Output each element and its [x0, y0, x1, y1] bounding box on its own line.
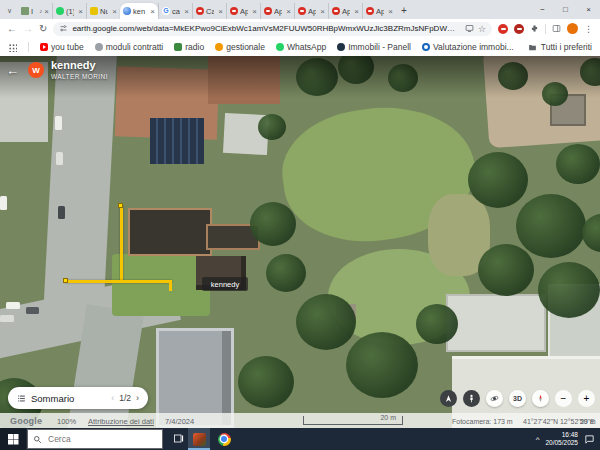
zoom-out-button[interactable]: −	[555, 390, 572, 407]
tab-close-button[interactable]: ×	[320, 7, 325, 16]
navigation-arrow-button[interactable]	[440, 390, 457, 407]
map-building	[446, 294, 546, 352]
toolbar-divider	[545, 24, 546, 34]
bookmark-item[interactable]: Valutazione immobi...	[422, 42, 514, 52]
tab-favicon	[162, 7, 170, 15]
taskbar-app-chrome[interactable]	[213, 428, 235, 450]
tab-audio-icon: ♪	[39, 8, 42, 14]
zoom-level: 100%	[57, 417, 76, 426]
side-panel-icon[interactable]	[552, 24, 561, 33]
satellite-map[interactable]: kennedy ← W kennedy WALTER MORINI Sommar…	[0, 56, 600, 428]
taskbar-app-active[interactable]	[188, 428, 210, 450]
bookmark-item[interactable]: you tube	[40, 42, 84, 52]
extension-icon-darkred[interactable]	[514, 24, 524, 34]
clock-time: 16:48	[545, 431, 578, 439]
all-bookmarks-button[interactable]: Tutti i preferiti	[528, 42, 592, 52]
bookmark-favicon	[337, 43, 345, 51]
browser-tab[interactable]: App ×	[260, 3, 294, 19]
bookmark-item[interactable]: gestionale	[215, 42, 265, 52]
3d-toggle-button[interactable]: 3D	[509, 390, 526, 407]
tab-close-button[interactable]: ×	[388, 7, 393, 16]
extensions-puzzle-icon[interactable]	[530, 24, 539, 33]
window-close-button[interactable]: ×	[577, 5, 600, 14]
tab-close-button[interactable]: ×	[252, 7, 257, 16]
bookmarks-divider	[28, 42, 29, 52]
tab-close-button[interactable]: ×	[44, 7, 49, 16]
tab-close-button[interactable]: ×	[150, 7, 155, 16]
browser-tab[interactable]: Cas ×	[192, 3, 226, 19]
tab-close-button[interactable]: ×	[78, 7, 83, 16]
bookmark-item[interactable]: radio	[174, 42, 204, 52]
map-car	[0, 315, 14, 322]
search-input[interactable]	[46, 433, 146, 445]
taskbar-clock[interactable]: 16:48 20/05/2025	[545, 431, 578, 448]
notification-center-icon[interactable]	[584, 434, 595, 445]
project-avatar[interactable]: W	[28, 62, 44, 78]
tab-favicon	[56, 7, 64, 15]
bookmark-star-icon[interactable]: ☆	[478, 24, 486, 34]
bookmark-favicon	[40, 43, 48, 51]
tab-search-button[interactable]: ∨	[3, 3, 16, 18]
browser-tab[interactable]: App ×	[328, 3, 362, 19]
measure-path-point[interactable]	[63, 278, 68, 283]
tab-title: I	[31, 7, 37, 16]
apps-grid-icon[interactable]	[8, 43, 17, 52]
browser-tab[interactable]: (1) ×	[52, 3, 86, 19]
data-attribution-link[interactable]: Attribuzione dei dati	[88, 417, 154, 426]
taskbar-search[interactable]	[27, 429, 163, 449]
hidden-icons-chevron[interactable]: ^	[536, 435, 540, 444]
start-button[interactable]	[0, 428, 26, 450]
zoom-in-button[interactable]: +	[578, 390, 595, 407]
bookmark-item[interactable]: Immobili - Panell	[337, 42, 411, 52]
orbit-button[interactable]	[486, 390, 503, 407]
earth-back-button[interactable]: ←	[6, 63, 19, 78]
tab-close-button[interactable]: ×	[286, 7, 291, 16]
browser-tab[interactable]: App ×	[362, 3, 396, 19]
tab-close-button[interactable]: ×	[184, 7, 189, 16]
map-car	[6, 302, 20, 309]
summary-panel[interactable]: Sommario ‹ 1/2 ›	[8, 387, 148, 409]
pegman-button[interactable]	[463, 390, 480, 407]
window-minimize-button[interactable]: −	[531, 5, 554, 14]
page-indicator: 1/2	[119, 393, 131, 403]
camera-altitude: Fotocamera: 173 m	[452, 418, 513, 425]
browser-tab[interactable]: cas ×	[158, 3, 192, 19]
bookmark-label: radio	[185, 42, 204, 52]
address-bar[interactable]: earth.google.com/web/data=MkEKPwo9CiExbW…	[53, 22, 492, 36]
folder-icon	[528, 43, 537, 52]
app-icon	[193, 433, 206, 446]
profile-avatar[interactable]	[567, 23, 578, 34]
previous-page-icon[interactable]: ‹	[111, 393, 114, 403]
browser-tab[interactable]: Nu ×	[86, 3, 120, 19]
browser-tab[interactable]: I ♪ ×	[18, 3, 52, 19]
forward-icon[interactable]: →	[23, 24, 33, 34]
task-view-icon[interactable]	[173, 433, 185, 445]
tab-close-button[interactable]: ×	[354, 7, 359, 16]
map-tree	[516, 194, 586, 258]
tab-close-button[interactable]: ×	[112, 7, 117, 16]
map-place-label[interactable]: kennedy	[202, 277, 248, 291]
browser-tab[interactable]: App ×	[226, 3, 260, 19]
compass-button[interactable]	[532, 390, 549, 407]
bookmark-label: moduli contratti	[106, 42, 164, 52]
browser-tab[interactable]: ken ×	[120, 3, 158, 19]
url-text[interactable]: earth.google.com/web/data=MkEKPwo9CiExbW…	[72, 24, 461, 33]
next-page-icon[interactable]: ›	[136, 393, 139, 403]
earth-status-bar: Google 100% Attribuzione dei dati 7/4/20…	[0, 413, 600, 428]
measure-path-point[interactable]	[118, 203, 123, 208]
reload-icon[interactable]: ↻	[39, 24, 47, 34]
bookmark-item[interactable]: moduli contratti	[95, 42, 164, 52]
extension-icon-red[interactable]	[498, 24, 508, 34]
browser-menu-icon[interactable]: ⋮	[584, 24, 593, 34]
cast-icon[interactable]	[465, 24, 474, 33]
browser-tab[interactable]: App ×	[294, 3, 328, 19]
window-maximize-button[interactable]: □	[554, 5, 577, 14]
map-tree	[296, 294, 356, 350]
window-controls: − □ ×	[531, 0, 600, 19]
site-settings-icon[interactable]	[59, 24, 68, 33]
bookmark-item[interactable]: WhatsApp	[276, 42, 326, 52]
tab-title: Cas	[206, 7, 214, 16]
new-tab-button[interactable]: +	[401, 5, 407, 16]
tab-close-button[interactable]: ×	[218, 7, 223, 16]
back-icon[interactable]: ←	[7, 24, 17, 34]
